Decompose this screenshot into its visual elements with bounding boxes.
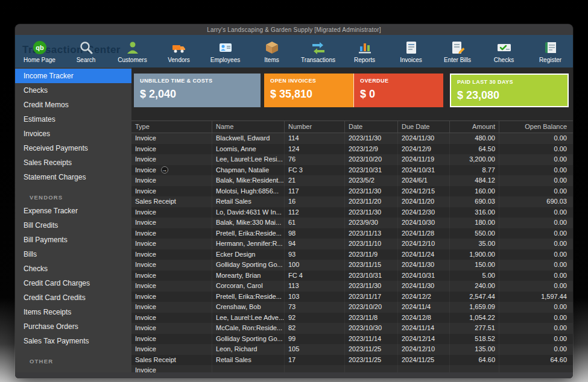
column-header-name[interactable]: Name xyxy=(212,121,284,133)
table-row[interactable]: InvoiceHermann, Jennifer:R...942023/11/1… xyxy=(131,239,573,249)
sidebar-item-estimates[interactable]: Estimates xyxy=(15,112,131,127)
cell-date: 2023/11/25 xyxy=(344,344,397,355)
cell-amount: 277.51 xyxy=(449,323,499,334)
column-header-date[interactable]: Date xyxy=(344,121,397,133)
sidebar-item-credit-memos[interactable]: Credit Memos xyxy=(15,98,131,112)
table-row[interactable]: InvoiceCrenshaw, Bob732023/10/202024/11/… xyxy=(131,302,573,313)
toolbar-item-register[interactable]: Register xyxy=(527,40,573,63)
cell-amount: 135.00 xyxy=(449,344,499,355)
sidebar-section-header-other: OTHER xyxy=(15,355,131,368)
sidebar-item-items-receipts[interactable]: Items Receipts xyxy=(15,305,131,319)
table-body: InvoiceBlackwell, Edward1142023/11/30202… xyxy=(131,133,573,372)
toolbar-item-customers[interactable]: Customers xyxy=(109,40,156,63)
cell-type: Invoice xyxy=(131,365,212,372)
table-row[interactable]: InvoiceLoomis, Anne1242023/12/92024/12/9… xyxy=(131,144,573,155)
sidebar-item-checks[interactable]: Checks xyxy=(15,261,131,276)
summary-card-overdue[interactable]: OVERDUE$ 0 xyxy=(354,74,443,107)
cell-due_date: 2024/11/24 xyxy=(397,249,449,260)
table-row[interactable]: InvoiceCorcoran, Carol1132023/11/302024/… xyxy=(131,281,573,292)
sidebar-item-sales-tax-payments[interactable]: Sales Tax Payments xyxy=(15,334,131,348)
sidebar-item-credit-card-charges[interactable]: Credit Card Charges xyxy=(15,276,131,290)
toolbar-item-reports[interactable]: Reports xyxy=(341,40,388,63)
table-row[interactable]: InvoicePretell, Erika:Reside...1032023/1… xyxy=(131,292,573,302)
cell-amount: 316.00 xyxy=(449,207,499,218)
table-row[interactable]: InvoiceLee, Laurel:Lee Adve...922023/11/… xyxy=(131,313,573,324)
table-row[interactable]: InvoiceMorearty, BrianFC 42023/10/312024… xyxy=(131,271,573,281)
cell-amount: 180.00 xyxy=(449,218,499,228)
table-row[interactable]: InvoiceGolliday Sporting Go...992023/11/… xyxy=(131,334,573,345)
column-header-open_balance[interactable]: Open Balance xyxy=(499,121,573,133)
row-detail-arrow-icon[interactable]: → xyxy=(161,166,168,174)
cell-amount: 518.52 xyxy=(449,334,499,345)
table-row[interactable]: InvoiceLo, David:4631 W In...1122023/11/… xyxy=(131,207,573,218)
table-row[interactable]: InvoiceBalak, Mike:Resident...212023/5/2… xyxy=(131,175,573,186)
table-row[interactable]: Invoice xyxy=(131,365,573,372)
cell-type: Invoice xyxy=(131,323,212,334)
cell-due_date: 2024/11/25 xyxy=(397,355,449,366)
cell-name: Molotsi, Hugh:6856... xyxy=(212,186,284,197)
column-header-amount[interactable]: Amount xyxy=(449,121,499,133)
sidebar-item-income-tracker[interactable]: Income Tracker xyxy=(15,69,131,83)
column-header-number[interactable]: Number xyxy=(284,121,344,133)
toolbar-item-checks[interactable]: Checks xyxy=(481,40,527,63)
table-row[interactable]: Sales ReceiptRetail Sales162023/11/20202… xyxy=(131,196,573,207)
table-row[interactable]: InvoiceEcker Design932023/11/92024/11/24… xyxy=(131,249,573,260)
cell-number: 17 xyxy=(284,355,344,366)
sidebar-item-expense-tracker[interactable]: Expense Tracker xyxy=(15,204,131,218)
table-row[interactable]: Sales ReceiptRetail Sales172023/11/25202… xyxy=(131,355,573,366)
toolbar-item-label: Transactions xyxy=(301,57,335,63)
items-icon xyxy=(264,40,280,55)
sidebar-item-purchase-orders[interactable]: Purchase Orders xyxy=(15,319,131,334)
sidebar-item-statement-charges[interactable]: Statement Charges xyxy=(15,170,131,184)
summary-card-open-invoices[interactable]: OPEN INVOICES$ 35,810 xyxy=(264,74,354,107)
cell-amount: 550.00 xyxy=(449,228,499,239)
income-tracker-panel: UNBILLED TIME & COSTS$ 2,040OPEN INVOICE… xyxy=(131,67,573,372)
register-icon xyxy=(543,40,558,55)
cell-date: 2023/10/31 xyxy=(344,165,397,176)
column-header-type[interactable]: Type xyxy=(131,121,212,133)
column-header-due_date[interactable]: Due Date xyxy=(397,121,449,133)
toolbar-item-items[interactable]: Items xyxy=(248,40,295,63)
table-row[interactable]: InvoiceLeon, Richard1052023/11/252024/12… xyxy=(131,344,573,355)
cell-due_date: 2024/10/30 xyxy=(397,218,449,228)
sidebar-item-bills[interactable]: Bills xyxy=(15,247,131,261)
table-row[interactable]: InvoiceMolotsi, Hugh:6856...1172023/11/3… xyxy=(131,186,573,197)
cell-type: Invoice xyxy=(131,313,212,324)
cell-date: 2023/11/9 xyxy=(344,249,397,260)
customers-icon xyxy=(125,40,141,55)
toolbar-item-invoices[interactable]: Invoices xyxy=(388,40,434,63)
cell-amount: 8.77 xyxy=(449,165,499,176)
sidebar-item-bill-payments[interactable]: Bill Payments xyxy=(15,233,131,247)
sidebar-item-credit-card-credits[interactable]: Credit Card Credits xyxy=(15,290,131,305)
sidebar-item-received-payments[interactable]: Received Payments xyxy=(15,141,131,155)
sidebar-item-invoices[interactable]: Invoices xyxy=(15,127,131,141)
table-row[interactable]: InvoiceBalak, Mike:330 Mai...612023/9/30… xyxy=(131,218,573,228)
sidebar-item-checks[interactable]: Checks xyxy=(15,83,131,98)
summary-card-unbilled-time-costs[interactable]: UNBILLED TIME & COSTS$ 2,040 xyxy=(134,74,261,107)
toolbar-item-search[interactable]: Search xyxy=(63,40,109,63)
cell-amount xyxy=(449,365,499,372)
toolbar-item-vendors[interactable]: Vendors xyxy=(156,40,202,63)
table-row[interactable]: InvoicePretell, Erika:Reside...982023/11… xyxy=(131,228,573,239)
summary-card-paid-last-30-days[interactable]: PAID LAST 30 DAYS$ 23,080 xyxy=(450,74,569,107)
card-value: $ 35,810 xyxy=(270,88,347,101)
cell-number: 21 xyxy=(284,175,344,186)
table-row[interactable]: InvoiceMcCale, Ron:Reside...822023/10/30… xyxy=(131,323,573,334)
table-row[interactable]: InvoiceBlackwell, Edward1142023/11/30202… xyxy=(131,133,573,144)
toolbar-item-home-page[interactable]: qbHome Page xyxy=(16,40,63,63)
sidebar-item-bill-credits[interactable]: Bill Credits xyxy=(15,218,131,233)
toolbar-item-transactions[interactable]: Transactions xyxy=(295,40,341,63)
cell-open_balance: 0.00 xyxy=(499,302,573,313)
cell-date: 2023/11/8 xyxy=(344,313,397,324)
table-row[interactable]: InvoiceLee, Laurel:Lee Resi...762023/10/… xyxy=(131,154,573,165)
toolbar-item-enter-bills[interactable]: Enter Bills xyxy=(434,40,481,63)
cell-type: Invoice xyxy=(131,344,212,355)
cell-type: Invoice xyxy=(131,144,212,155)
table-row[interactable]: Invoice→Chapman, NatalieFC 32023/10/3120… xyxy=(131,165,573,176)
table-header-row: TypeNameNumberDateDue DateAmountOpen Bal… xyxy=(131,121,573,133)
cell-number xyxy=(284,365,344,372)
cell-open_balance: 64.60 xyxy=(499,355,573,366)
table-row[interactable]: InvoiceGolliday Sporting Go...1002023/11… xyxy=(131,260,573,271)
sidebar-item-sales-receipts[interactable]: Sales Receipts xyxy=(15,155,131,170)
toolbar-item-employees[interactable]: Employees xyxy=(202,40,248,63)
